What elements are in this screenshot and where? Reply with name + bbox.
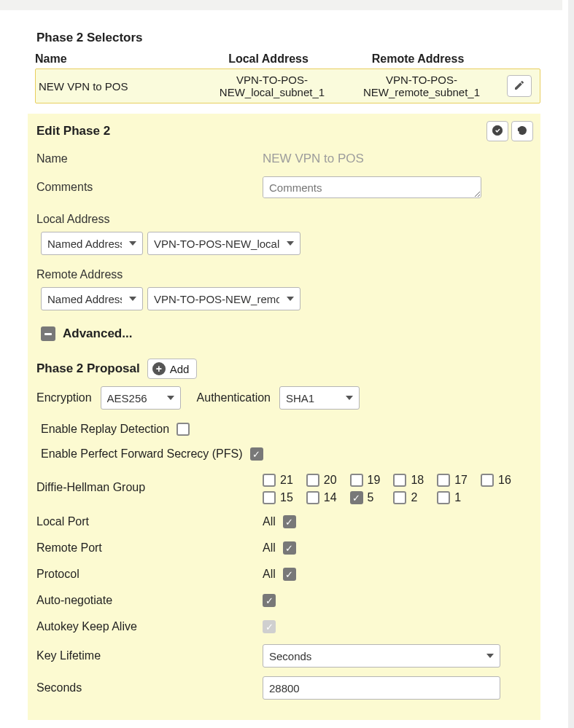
remote-address-mode-select[interactable]: Named Address [41,287,143,310]
table-header-row: Name Local Address Remote Address [35,50,540,69]
dh-group-1-checkbox[interactable] [437,491,450,504]
key-lifetime-select[interactable]: Seconds [263,644,500,668]
dh-group-17-label: 17 [454,474,468,487]
dh-group-18-label: 18 [411,474,424,487]
check-circle-icon [491,124,504,139]
dh-group-14-checkbox[interactable] [306,491,319,504]
add-label: Add [170,363,190,375]
dh-group-19[interactable]: 19 [350,474,381,487]
dh-group-21-label: 21 [280,474,293,487]
dh-group-14-label: 14 [324,491,337,504]
autokey-keepalive-checkbox[interactable] [263,620,276,633]
auto-negotiate-label: Auto-negotiate [36,594,263,607]
dh-group-5-checkbox[interactable] [350,491,363,504]
dh-group-1-label: 1 [454,491,461,504]
dh-group-20-checkbox[interactable] [306,474,319,487]
local-address-label: Local Address [28,203,540,229]
svg-point-0 [492,125,503,136]
comments-input[interactable] [263,176,481,198]
name-label: Name [36,152,263,165]
dh-group-2-checkbox[interactable] [393,491,406,504]
dh-group-16-checkbox[interactable] [481,474,494,487]
key-lifetime-label: Key Lifetime [36,649,263,662]
edit-row-button[interactable] [507,75,532,97]
row-name: NEW VPN to POS [39,80,199,93]
col-name: Name [35,52,195,66]
dh-group-16[interactable]: 16 [481,474,511,487]
row-local: VPN-TO-POS-NEW_local_subnet_1 [199,74,345,98]
dh-group-15[interactable]: 15 [263,491,293,504]
undo-icon [516,124,529,139]
advanced-toggle[interactable]: Advanced... [28,313,540,348]
remote-port-all-text: All [263,541,276,555]
encryption-select[interactable]: AES256 [101,386,181,410]
dh-group-2[interactable]: 2 [393,491,424,504]
remote-port-label: Remote Port [36,541,263,555]
seconds-input[interactable] [263,676,500,700]
dh-group-17[interactable]: 17 [437,474,468,487]
dh-group-17-checkbox[interactable] [437,474,450,487]
local-port-all-text: All [263,515,276,528]
phase2-selectors-title: Phase 2 Selectors [36,31,540,45]
col-local: Local Address [195,52,341,66]
dh-group-1[interactable]: 1 [437,491,468,504]
protocol-all-checkbox[interactable] [283,568,296,581]
edit-phase2-panel: Edit Phase 2 Name NEW VPN to POS Comment… [28,114,540,720]
dh-group-grid: 2120191817161514521 [263,474,511,504]
dh-group-label: Diffie-Hellman Group [36,474,263,494]
seconds-label: Seconds [36,681,263,694]
col-remote: Remote Address [341,52,495,66]
dh-group-20[interactable]: 20 [306,474,337,487]
apply-button[interactable] [486,121,508,141]
protocol-all-text: All [263,568,276,581]
remote-address-value-select[interactable]: VPN-TO-POS-NEW_remote_subnet_1 [147,287,300,310]
replay-label: Enable Replay Detection [41,423,169,436]
pfs-checkbox[interactable] [250,447,263,461]
remote-address-label: Remote Address [28,258,540,284]
pfs-label: Enable Perfect Forward Secrecy (PFS) [41,447,243,461]
dh-group-5-label: 5 [368,491,374,504]
dh-group-15-label: 15 [280,491,293,504]
protocol-label: Protocol [36,568,263,581]
dh-group-2-label: 2 [411,491,417,504]
local-address-mode-select[interactable]: Named Address [41,232,143,255]
local-port-all-checkbox[interactable] [283,515,296,528]
phase2-selectors-table: Name Local Address Remote Address NEW VP… [35,50,540,103]
collapse-icon [41,326,55,341]
authentication-label: Authentication [197,391,271,404]
encryption-label: Encryption [36,391,92,404]
auto-negotiate-checkbox[interactable] [263,594,276,607]
local-address-value-select[interactable]: VPN-TO-POS-NEW_local_subnet_1 [147,232,300,255]
row-remote: VPN-TO-POS-NEW_remote_subnet_1 [345,74,498,98]
dh-group-19-label: 19 [368,474,381,487]
autokey-keepalive-label: Autokey Keep Alive [36,620,263,633]
phase2-proposal-title: Phase 2 Proposal [36,361,140,376]
dh-group-21-checkbox[interactable] [263,474,276,487]
name-value: NEW VPN to POS [263,152,364,166]
table-row[interactable]: NEW VPN to POS VPN-TO-POS-NEW_local_subn… [35,69,540,103]
dh-group-16-label: 16 [498,474,511,487]
dh-group-18-checkbox[interactable] [393,474,406,487]
dh-group-15-checkbox[interactable] [263,491,276,504]
dh-group-20-label: 20 [324,474,337,487]
edit-phase2-title: Edit Phase 2 [36,124,484,138]
local-port-label: Local Port [36,515,263,528]
revert-button[interactable] [511,121,533,141]
dh-group-18[interactable]: 18 [393,474,424,487]
comments-label: Comments [36,181,263,194]
plus-circle-icon [152,362,166,375]
advanced-label: Advanced... [63,326,132,341]
pencil-icon [513,79,525,93]
replay-detection-checkbox[interactable] [177,423,190,436]
dh-group-21[interactable]: 21 [263,474,293,487]
dh-group-14[interactable]: 14 [306,491,337,504]
add-proposal-button[interactable]: Add [147,359,198,379]
dh-group-19-checkbox[interactable] [350,474,363,487]
dh-group-5[interactable]: 5 [350,491,381,504]
remote-port-all-checkbox[interactable] [283,541,296,555]
authentication-select[interactable]: SHA1 [279,386,360,410]
top-divider [0,0,562,10]
